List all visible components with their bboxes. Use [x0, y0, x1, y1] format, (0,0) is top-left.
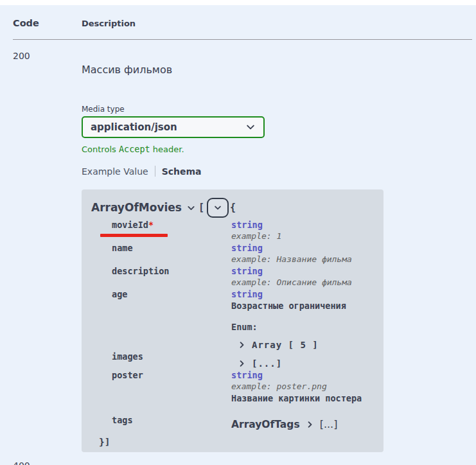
enum-label: Enum:	[231, 321, 375, 333]
enum-array-label: Array [ 5 ]	[252, 339, 319, 351]
model-tabs: Example Value Schema	[82, 166, 476, 177]
property-row-name: name string example: Название фильма	[112, 242, 375, 265]
property-name: age	[112, 288, 231, 351]
chevron-down-icon	[213, 204, 222, 212]
property-name: name	[112, 242, 231, 265]
property-row-tags: tags ArrayOfTags [...]	[112, 414, 375, 432]
tab-example-value[interactable]: Example Value	[82, 166, 148, 177]
property-example: example: Название фильма	[231, 254, 375, 265]
property-name: images	[112, 351, 231, 369]
property-name: description	[112, 265, 231, 288]
model-title-row: ArrayOfMovies [ {	[91, 197, 375, 218]
chevron-right-icon	[238, 340, 246, 349]
collapsed-array-placeholder: [...]	[252, 358, 282, 369]
accept-header-hint: Controls Accept header.	[82, 144, 476, 154]
schema-model-box: ArrayOfMovies [ { movieId*	[82, 189, 383, 452]
property-name: tags	[112, 414, 231, 432]
tags-model-toggle[interactable]: ArrayOfTags [...]	[231, 417, 375, 432]
hint-accept-code: Accept	[119, 144, 150, 154]
tab-schema[interactable]: Schema	[162, 166, 202, 177]
ref-model-title: ArrayOfTags	[231, 419, 300, 430]
required-star: *	[148, 220, 154, 230]
chevron-down-icon	[245, 122, 256, 132]
property-type: string	[231, 265, 375, 277]
property-description: Возрастные ограничения	[231, 300, 375, 311]
collapse-object-button[interactable]	[207, 198, 229, 218]
collapsed-array-placeholder: [...]	[320, 419, 338, 430]
property-type: string	[231, 369, 375, 381]
response-row-200: 200 Массив фильмов Media type applicatio…	[13, 40, 476, 452]
media-type-selected-value: application/json	[91, 121, 177, 133]
code-column-header: Code	[13, 18, 82, 28]
response-description: Массив фильмов	[82, 64, 476, 76]
property-row-age: age string Возрастные ограничения Enum: …	[112, 288, 375, 351]
property-description: Название картинки постера	[231, 392, 375, 404]
next-response-code: 400	[13, 461, 30, 465]
property-type: string	[231, 288, 375, 300]
hint-suffix: header.	[150, 145, 184, 154]
property-example: example: Описание фильма	[231, 277, 375, 288]
array-open-bracket: [	[198, 202, 204, 213]
responses-table-header: Code Description	[13, 18, 476, 28]
property-type: string	[231, 242, 375, 254]
chevron-right-icon	[306, 420, 314, 429]
model-properties: movieId* string example: 1 name string e…	[112, 219, 375, 432]
property-example: example: poster.png	[231, 381, 375, 392]
model-title[interactable]: ArrayOfMovies	[91, 201, 182, 214]
property-row-images: images [...]	[112, 351, 375, 369]
property-example: example: 1	[231, 231, 375, 242]
images-expand-toggle[interactable]: [...]	[231, 358, 375, 369]
property-row-poster: poster string example: poster.png Назван…	[112, 369, 375, 404]
tab-divider	[155, 166, 155, 177]
description-column-header: Description	[82, 19, 136, 28]
media-type-label: Media type	[82, 105, 476, 114]
object-open-brace: {	[230, 202, 236, 213]
property-name: movieId*	[112, 219, 231, 242]
response-code: 200	[13, 40, 82, 452]
response-description-cell: Массив фильмов Media type application/js…	[82, 40, 476, 452]
property-name: poster	[112, 369, 231, 404]
chevron-down-icon[interactable]	[186, 204, 196, 213]
red-underline-annotation	[100, 234, 168, 237]
media-type-select[interactable]: application/json	[82, 116, 265, 138]
property-row-movieId: movieId* string example: 1	[112, 219, 375, 242]
enum-array-toggle[interactable]: Array [ 5 ]	[231, 339, 375, 351]
property-type: string	[231, 219, 375, 231]
property-name-text: movieId	[112, 220, 148, 230]
model-closing-brackets: }]	[99, 437, 375, 447]
hint-prefix: Controls	[82, 145, 119, 154]
top-strip	[0, 0, 476, 5]
chevron-right-icon	[238, 359, 246, 368]
property-row-description: description string example: Описание фил…	[112, 265, 375, 288]
